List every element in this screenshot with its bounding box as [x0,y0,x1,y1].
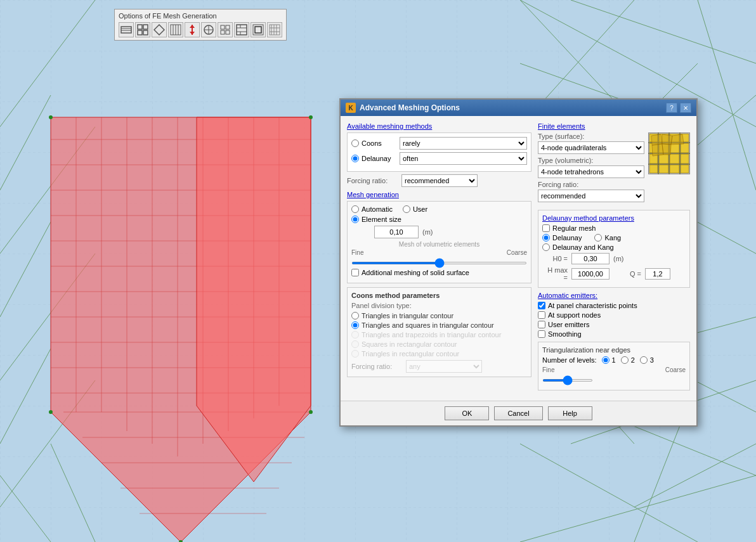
finite-elements-section: Finite elements Type (surface): 4-node q… [538,122,690,205]
dialog-help-btn[interactable]: ? [666,103,677,113]
panel-characteristic-checkbox[interactable] [538,302,545,309]
automatic-radio[interactable] [351,205,359,213]
smoothing-option: Smoothing [538,330,690,338]
automatic-option: Automatic [351,205,393,213]
svg-rect-90 [270,25,280,35]
delaunay-select[interactable]: rarely often recommended any [400,152,527,165]
kang-radio[interactable] [594,234,602,242]
type-volumetric-select[interactable]: 4-node tetrahedrons 10-node tetrahedrons… [538,165,644,178]
toolbar-icon-3[interactable] [152,22,167,37]
dialog-title-left: K Advanced Meshing Options [346,103,460,113]
delaunay-radio[interactable] [351,155,359,162]
triang-slider[interactable] [542,379,593,382]
h0-unit: (m) [613,255,624,262]
coons-row: Coons rarely often recommended any [351,137,527,150]
slider-labels: Fine Coarse [351,249,527,256]
finite-elements-label: Finite elements [538,122,690,130]
type-surface-label: Type (surface): [538,132,644,140]
panel-opt-2: Triangles and squares in triangular cont… [351,321,527,329]
meshing-methods-box: Coons rarely often recommended any [347,132,531,172]
delaunay-kang-row: Delaunay Kang [542,234,686,242]
svg-rect-116 [659,165,668,173]
cancel-button[interactable]: Cancel [494,406,542,420]
toolbar-icon-7[interactable] [218,22,233,37]
element-size-radio[interactable] [351,216,359,223]
additional-meshing-label: Additional meshing of solid surface [362,269,469,276]
svg-rect-109 [670,143,679,153]
dialog-buttons: OK Cancel Help [341,401,696,425]
regular-mesh-label: Regular mesh [552,224,596,232]
coons-forcing-ratio-label: Forcing ratio: [351,363,402,370]
toolbar-icon-5[interactable] [185,22,200,37]
mesh-gen-box: Automatic User Element size [347,201,531,283]
toolbar-icon-8[interactable] [234,22,249,37]
kang-option: Kang [594,234,621,242]
level2-label: 2 [631,356,635,364]
support-nodes-label: At support nodes [548,311,601,319]
svg-point-58 [309,410,313,414]
smoothing-checkbox[interactable] [538,330,545,338]
forcing-ratio-select[interactable]: recommended often rarely any [401,174,478,187]
coons-radio[interactable] [351,139,359,147]
element-size-input[interactable]: 0,10 [374,226,419,238]
svg-point-56 [49,115,53,119]
smoothing-label: Smoothing [548,330,582,338]
q-input[interactable]: 1,2 [645,268,670,280]
dialog-title-text: Advanced Meshing Options [360,103,460,112]
toolbar-icon-10[interactable] [267,22,282,37]
regular-mesh-checkbox[interactable] [542,224,550,232]
level3-radio[interactable] [640,356,648,364]
svg-rect-81 [221,30,225,34]
support-nodes-checkbox[interactable] [538,311,545,319]
delaunay-params-title: Delaunay method parameters [542,214,686,222]
help-button[interactable]: Help [548,406,592,420]
panel-radio-2[interactable] [351,321,359,329]
element-size-option: Element size [351,216,401,223]
hmax-input[interactable]: 1000,00 [571,268,609,280]
h0-input[interactable]: 0,30 [571,253,609,264]
auto-emitters-label: Automatic emitters: [538,292,690,299]
mesh-slider[interactable] [351,262,527,264]
level2-option: 2 [621,356,635,364]
svg-rect-113 [670,154,679,164]
ok-button[interactable]: OK [445,406,489,420]
panel-opt-1: Triangles in triangular contour [351,312,527,319]
toolbar-icon-4[interactable] [168,22,183,37]
volumetric-label: Mesh of volumetric elements [351,241,527,248]
user-emitters-option: User emitters [538,321,690,328]
delaunay-kang-radio[interactable] [542,243,550,251]
additional-meshing-checkbox[interactable] [351,269,359,276]
coons-select[interactable]: rarely often recommended any [400,137,527,150]
toolbar-icon-1[interactable] [119,22,134,37]
fe-forcing-ratio-select[interactable]: recommended often rarely any [538,190,644,202]
mesh-slider-section: Fine Coarse [351,249,527,266]
svg-rect-83 [237,25,247,35]
user-radio[interactable] [403,205,410,213]
toolbar-icon-9[interactable] [251,22,266,37]
svg-rect-114 [681,154,689,164]
delaunay-params-section: Delaunay method parameters Regular mesh … [538,210,690,288]
triang-coarse-label: Coarse [665,366,686,373]
forcing-ratio-label: Forcing ratio: [347,177,398,184]
delaunay-and-kang-option: Delaunay and Kang [542,243,686,251]
user-emitters-checkbox[interactable] [538,321,545,328]
level2-radio[interactable] [621,356,629,364]
toolbar-icon-6[interactable] [201,22,216,37]
automatic-label: Automatic [362,205,393,213]
element-size-unit: (m) [422,228,433,236]
type-volumetric-label: Type (volumetric): [538,157,644,164]
level1-radio[interactable] [602,356,609,364]
type-surface-select[interactable]: 4-node quadrilaterals 3-node triangles 8… [538,141,644,154]
svg-rect-110 [681,143,689,153]
hmax-label: H max = [542,266,568,281]
coons-label: Coons [351,139,396,147]
hmax-q-row: H max = 1000,00 Q = 1,2 [542,266,686,281]
level3-option: 3 [640,356,654,364]
svg-point-57 [309,115,313,119]
delaunay-method-radio[interactable] [542,234,550,242]
svg-marker-75 [190,32,195,35]
dialog-close-btn[interactable]: ✕ [680,103,691,113]
panel-radio-1[interactable] [351,312,359,319]
mesh-generation-section: Mesh generation Automatic User [347,191,531,283]
toolbar-icon-2[interactable] [135,22,150,37]
